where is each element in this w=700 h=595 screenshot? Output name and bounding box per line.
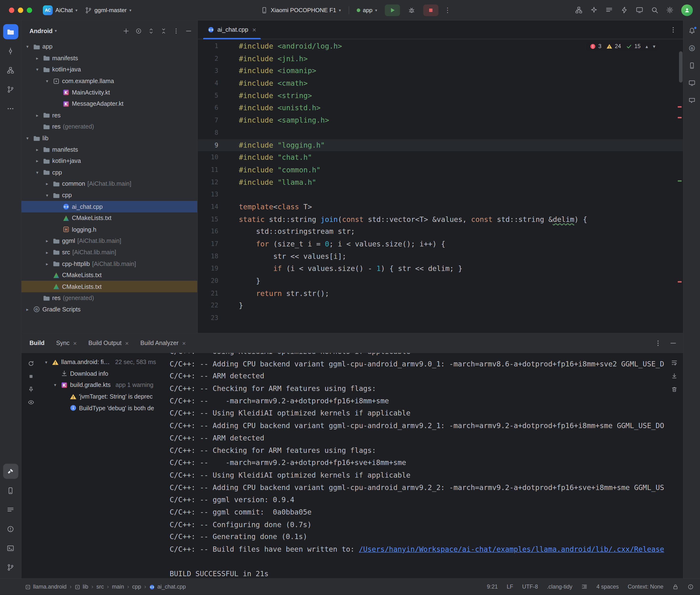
tree-item-manifests[interactable]: ▸manifests [22, 52, 197, 64]
previous-problem-button[interactable]: ▴ [645, 44, 648, 49]
device-selector[interactable]: Xiaomi POCOPHONE F1 ▾ [257, 5, 344, 16]
tree-item-src[interactable]: ▸src [AiChat.lib.main] [22, 247, 197, 258]
chevron-down-icon[interactable]: ▾ [44, 79, 51, 84]
zoom-window-button[interactable] [27, 7, 32, 12]
tree-item-res[interactable]: res (generated) [22, 292, 197, 304]
tree-item-res[interactable]: ▸res [22, 110, 197, 121]
chevron-right-icon[interactable]: ▸ [34, 113, 40, 118]
tab-build-analyzer[interactable]: Build Analyzer× [140, 339, 186, 346]
notifications-button[interactable] [685, 24, 698, 37]
code-style-config[interactable]: .clang-tidy [547, 584, 572, 590]
tree-item-common[interactable]: ▸common [AiChat.lib.main] [22, 178, 197, 190]
device-manager-button[interactable] [685, 59, 698, 72]
lock-button[interactable] [672, 584, 678, 590]
gradle-button[interactable] [685, 41, 698, 55]
layout-inspector-button[interactable] [575, 6, 583, 14]
pin-tab-button[interactable] [27, 386, 34, 393]
running-devices-button[interactable] [685, 77, 698, 90]
hide-panel-button[interactable] [185, 27, 192, 34]
view-options-button[interactable] [27, 399, 34, 406]
error-count[interactable]: 3 [590, 43, 601, 50]
project-button[interactable] [3, 24, 18, 39]
close-window-button[interactable] [9, 7, 14, 12]
device-mirroring-button[interactable] [636, 6, 643, 14]
build-tree-item-buildtype-debug-is-both-de[interactable]: BuildType 'debug' is both de [40, 402, 165, 414]
debug-button[interactable] [404, 4, 419, 16]
tab-sync[interactable]: Sync× [56, 339, 77, 346]
inspections-widget[interactable]: 3 24 15 ▴ ▾ [586, 42, 659, 51]
structure-button[interactable] [3, 62, 18, 78]
expand-all-button[interactable] [148, 27, 155, 34]
run-configuration-selector[interactable]: app ▾ [353, 5, 381, 15]
collapse-all-button[interactable] [160, 27, 167, 34]
indent-options-button[interactable] [581, 584, 588, 590]
editor-tab-ai-chat-cpp[interactable]: ai_chat.cpp × [202, 21, 261, 39]
code-editor[interactable]: 1#include <android/log.h>2#include <jni.… [198, 39, 683, 333]
chevron-down-icon[interactable]: ▾ [34, 170, 40, 175]
tree-item-res[interactable]: res (generated) [22, 121, 197, 132]
tree-item-lib[interactable]: ▾lib [22, 132, 197, 144]
panel-options-button[interactable] [173, 27, 179, 34]
chevron-right-icon[interactable]: ▸ [24, 307, 31, 312]
project-tree[interactable]: ▾app▸manifests▾kotlin+java▾com.example.l… [22, 41, 197, 333]
breadcrumb-main[interactable]: main [112, 584, 124, 590]
chevron-down-icon[interactable]: ▾ [52, 382, 58, 388]
scroll-to-end-button[interactable] [671, 373, 678, 379]
vcs-branch-selector[interactable]: ggml-master ▾ [81, 5, 135, 16]
build-tree-item-download-info[interactable]: Download info [40, 368, 165, 379]
tree-item-logging-h[interactable]: logging.h [22, 224, 197, 235]
chevron-right-icon[interactable]: ▸ [34, 56, 40, 61]
tree-item-cpp[interactable]: ▾cpp [22, 190, 197, 201]
tree-item-manifests[interactable]: ▸manifests [22, 144, 197, 155]
breadcrumb-src[interactable]: src [96, 584, 104, 590]
chevron-down-icon[interactable]: ▾ [43, 360, 50, 365]
build-button[interactable] [3, 463, 18, 479]
close-icon[interactable]: × [125, 339, 129, 346]
notifications-button[interactable] [688, 584, 694, 590]
more-tool-windows-button[interactable] [3, 101, 18, 116]
build-tree-item-build-gradle-kts[interactable]: ▾build.gradle.ktsapp 1 warning [40, 379, 165, 391]
breadcrumb-lib[interactable]: lib [75, 584, 88, 590]
clear-all-button[interactable] [671, 386, 678, 393]
editor-scrollbar[interactable] [679, 51, 682, 83]
tree-item-cmakelists-txt[interactable]: CMakeLists.txt [22, 213, 197, 224]
tree-item-ai-chat-cpp[interactable]: ai_chat.cpp [22, 201, 197, 213]
rerun-build-button[interactable] [27, 360, 34, 367]
tree-item-com-example-llama[interactable]: ▾com.example.llama [22, 75, 197, 87]
soft-wrap-button[interactable] [671, 359, 678, 366]
context-widget[interactable]: Context: None [627, 584, 663, 590]
hide-build-panel-button[interactable] [670, 339, 677, 346]
build-result-tree[interactable]: ▾llama.android: finished22 sec, 583 msDo… [40, 353, 165, 578]
app-quality-insights-button[interactable] [685, 94, 698, 107]
chevron-down-icon[interactable]: ▾ [34, 67, 40, 72]
breadcrumb-ai-chat-cpp[interactable]: ai_chat.cpp [149, 584, 186, 590]
chevron-right-icon[interactable]: ▸ [44, 261, 51, 266]
tree-item-cmakelists-txt[interactable]: CMakeLists.txt [22, 281, 197, 292]
project-selector[interactable]: AC AiChat ▾ [39, 3, 81, 17]
settings-button[interactable] [666, 6, 674, 14]
tree-item-gradle-scripts[interactable]: ▸Gradle Scripts [22, 304, 197, 315]
line-separator[interactable]: LF [507, 584, 513, 590]
tree-item-cmakelists-txt[interactable]: CMakeLists.txt [22, 270, 197, 281]
chevron-right-icon[interactable]: ▸ [44, 181, 51, 187]
close-icon[interactable]: × [73, 339, 77, 346]
tree-item-messageadapter-kt[interactable]: MessageAdapter.kt [22, 98, 197, 110]
passed-count[interactable]: 15 [626, 43, 641, 50]
tree-item-kotlin-java[interactable]: ▾kotlin+java [22, 64, 197, 75]
build-tree-item-llama-android-finished[interactable]: ▾llama.android: finished22 sec, 583 ms [40, 357, 165, 368]
warning-count[interactable]: 24 [607, 43, 621, 50]
more-actions-button[interactable]: ⋮ [442, 6, 452, 14]
device-explorer-button[interactable] [3, 483, 18, 498]
build-console[interactable]: C/C++: -- Using KleidiAI optimized kerne… [165, 353, 683, 578]
stop-button[interactable] [423, 4, 439, 16]
version-control-button[interactable] [3, 560, 18, 575]
minimize-window-button[interactable] [18, 7, 23, 12]
pull-requests-button[interactable] [3, 82, 18, 97]
run-button[interactable] [385, 4, 400, 16]
next-problem-button[interactable]: ▾ [653, 44, 655, 49]
logcat-tool-button[interactable] [3, 502, 18, 517]
cursor-position[interactable]: 9:21 [487, 584, 498, 590]
build-options-button[interactable] [654, 339, 662, 346]
chevron-right-icon[interactable]: ▸ [34, 147, 40, 152]
indent-size[interactable]: 4 spaces [596, 584, 619, 590]
